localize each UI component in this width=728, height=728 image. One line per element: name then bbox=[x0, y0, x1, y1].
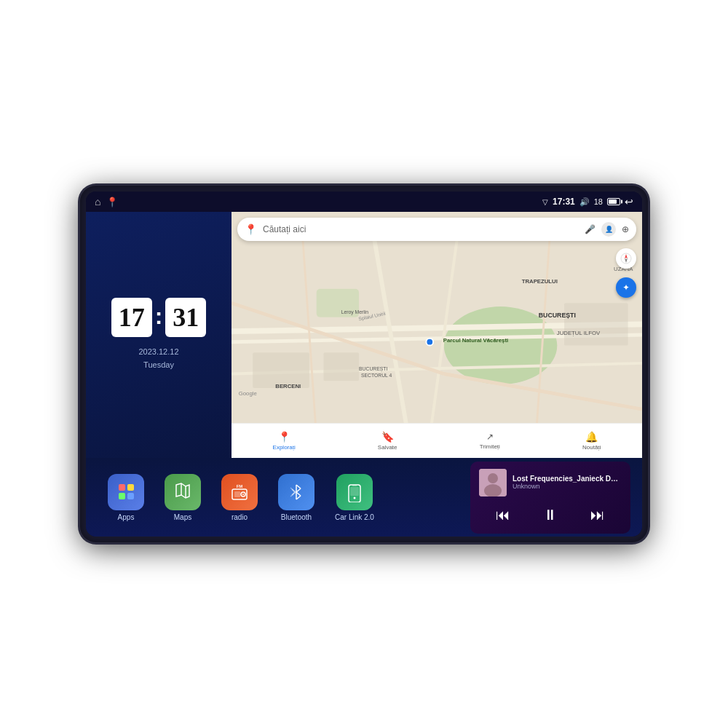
map-pin-icon: 📍 bbox=[245, 223, 257, 235]
svg-text:FM: FM bbox=[237, 484, 243, 488]
svg-line-41 bbox=[296, 492, 301, 496]
explore-icon: 📍 bbox=[278, 431, 290, 443]
clock-panel: 17 : 31 2023.12.12 Tuesday bbox=[86, 212, 232, 458]
news-label: Noutăți bbox=[582, 444, 601, 451]
map-layers-icon[interactable]: ⊕ bbox=[622, 224, 629, 234]
app-label-radio: radio bbox=[232, 513, 248, 521]
map-location-button[interactable]: ✦ bbox=[616, 277, 636, 298]
svg-text:BUCUREȘTI: BUCUREȘTI bbox=[359, 366, 387, 372]
maps-status-icon[interactable]: 📍 bbox=[106, 197, 118, 207]
status-left: ⌂ 📍 bbox=[95, 196, 118, 207]
music-prev-button[interactable]: ⏮ bbox=[490, 504, 516, 526]
svg-text:SECTORUL 4: SECTORUL 4 bbox=[361, 373, 392, 378]
app-item-carlink[interactable]: Car Link 2.0 bbox=[325, 471, 384, 524]
app-label-apps: Apps bbox=[118, 513, 135, 521]
svg-line-42 bbox=[296, 496, 301, 499]
app-item-maps[interactable]: Maps bbox=[154, 471, 211, 524]
top-section: 17 : 31 2023.12.12 Tuesday bbox=[86, 212, 642, 458]
map-search-text[interactable]: Căutați aici bbox=[263, 224, 579, 234]
map-search-bar[interactable]: 📍 Căutați aici 🎤 👤 ⊕ bbox=[237, 218, 636, 241]
svg-point-36 bbox=[242, 494, 244, 495]
map-voice-icon[interactable]: 🎤 bbox=[585, 224, 596, 234]
app-item-apps[interactable]: Apps bbox=[98, 471, 154, 524]
svg-rect-44 bbox=[350, 487, 359, 496]
saved-icon: 🔖 bbox=[381, 431, 394, 443]
music-play-button[interactable]: ⏸ bbox=[537, 504, 563, 526]
time-display: 17:31 bbox=[553, 197, 575, 207]
app-icon-apps bbox=[108, 474, 144, 510]
battery-icon bbox=[607, 198, 620, 205]
music-title: Lost Frequencies_Janieck Devy-... bbox=[513, 475, 622, 483]
device-frame: ⌂ 📍 ▽ 17:31 🔊 18 ↩ bbox=[80, 186, 648, 542]
device-screen: ⌂ 📍 ▽ 17:31 🔊 18 ↩ bbox=[86, 191, 642, 537]
app-label-bluetooth: Bluetooth bbox=[281, 513, 312, 521]
music-controls: ⏮ ⏸ ⏭ bbox=[479, 504, 622, 526]
svg-text:BUCUREȘTI: BUCUREȘTI bbox=[539, 312, 576, 319]
home-status-icon[interactable]: ⌂ bbox=[95, 196, 100, 207]
music-player: Lost Frequencies_Janieck Devy-... Unknow… bbox=[470, 462, 630, 534]
app-item-bluetooth[interactable]: Bluetooth bbox=[268, 471, 325, 524]
music-artist: Unknown bbox=[513, 483, 622, 490]
music-next-button[interactable]: ⏭ bbox=[585, 504, 611, 526]
app-label-carlink: Car Link 2.0 bbox=[335, 513, 374, 521]
music-info: Lost Frequencies_Janieck Devy-... Unknow… bbox=[513, 475, 622, 490]
map-nav-saved[interactable]: 🔖 Salvate bbox=[378, 431, 397, 451]
map-background: Parcul Natural Văcărești BUCUREȘTI JUDEȚ… bbox=[232, 212, 642, 458]
svg-text:Google: Google bbox=[239, 390, 257, 397]
share-icon: ↗ bbox=[486, 432, 494, 442]
volume-icon: 🔊 bbox=[579, 197, 590, 207]
app-icon-maps bbox=[165, 474, 201, 510]
svg-point-25 bbox=[426, 339, 433, 346]
app-item-radio[interactable]: FM radio bbox=[211, 471, 268, 524]
app-label-maps: Maps bbox=[174, 513, 191, 521]
svg-text:TRAPEZULUI: TRAPEZULUI bbox=[522, 278, 558, 285]
share-label: Trimiteți bbox=[480, 443, 500, 450]
app-icon-radio: FM bbox=[221, 474, 258, 510]
svg-text:BERCENI: BERCENI bbox=[275, 383, 301, 389]
svg-rect-14 bbox=[564, 303, 628, 345]
map-bottom-nav: 📍 Explorați 🔖 Salvate ↗ Trimiteți 🔔 bbox=[232, 423, 642, 458]
clock-hours: 17 bbox=[111, 298, 152, 337]
saved-label: Salvate bbox=[378, 444, 397, 451]
explore-label: Explorați bbox=[273, 444, 296, 451]
back-icon[interactable]: ↩ bbox=[625, 196, 633, 207]
battery-level: 18 bbox=[594, 197, 603, 206]
svg-rect-13 bbox=[323, 352, 359, 381]
clock-display: 17 : 31 bbox=[111, 298, 207, 337]
map-nav-news[interactable]: 🔔 Noutăți bbox=[582, 431, 601, 451]
status-bar: ⌂ 📍 ▽ 17:31 🔊 18 ↩ bbox=[86, 191, 642, 212]
svg-rect-34 bbox=[234, 491, 240, 497]
music-thumbnail bbox=[479, 469, 507, 496]
svg-marker-30 bbox=[176, 483, 189, 498]
app-icon-bluetooth bbox=[278, 474, 314, 510]
map-user-avatar[interactable]: 👤 bbox=[601, 222, 616, 237]
main-content: 17 : 31 2023.12.12 Tuesday bbox=[86, 212, 642, 537]
clock-minutes: 31 bbox=[165, 298, 206, 337]
map-nav-explore[interactable]: 📍 Explorați bbox=[273, 431, 296, 451]
svg-line-39 bbox=[296, 485, 301, 488]
svg-point-45 bbox=[353, 496, 355, 499]
music-header: Lost Frequencies_Janieck Devy-... Unknow… bbox=[479, 469, 622, 496]
signal-icon: ▽ bbox=[542, 198, 548, 206]
bottom-section: Apps Maps bbox=[86, 458, 642, 537]
status-right: ▽ 17:31 🔊 18 ↩ bbox=[542, 196, 633, 207]
map-compass-button[interactable] bbox=[616, 248, 636, 269]
clock-colon: : bbox=[155, 303, 163, 330]
app-icon-carlink bbox=[336, 474, 373, 510]
svg-line-40 bbox=[296, 488, 301, 492]
svg-text:Leroy Merlin: Leroy Merlin bbox=[341, 309, 369, 315]
apps-row: Apps Maps bbox=[98, 471, 464, 524]
svg-text:Parcul Natural Văcărești: Parcul Natural Văcărești bbox=[443, 337, 508, 344]
svg-text:JUDEȚUL ILFOV: JUDEȚUL ILFOV bbox=[557, 330, 601, 336]
map-panel[interactable]: Parcul Natural Văcărești BUCUREȘTI JUDEȚ… bbox=[232, 212, 642, 458]
clock-date: 2023.12.12 Tuesday bbox=[138, 346, 178, 371]
news-icon: 🔔 bbox=[585, 431, 598, 443]
map-nav-share[interactable]: ↗ Trimiteți bbox=[480, 432, 500, 450]
svg-point-48 bbox=[488, 473, 498, 483]
